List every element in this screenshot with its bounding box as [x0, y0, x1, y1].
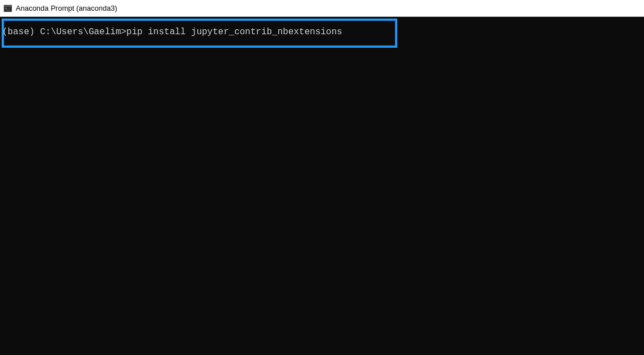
- title-bar: >_ Anaconda Prompt (anaconda3): [0, 0, 644, 17]
- terminal-icon: >_: [3, 4, 12, 13]
- terminal-area[interactable]: (base) C:\Users\Gaelim>pip install jupyt…: [0, 17, 644, 355]
- command-line: (base) C:\Users\Gaelim>pip install jupyt…: [2, 27, 342, 37]
- svg-text:>_: >_: [5, 7, 10, 10]
- command-text: pip install jupyter_contrib_nbextensions: [126, 27, 342, 37]
- window-title: Anaconda Prompt (anaconda3): [16, 4, 117, 12]
- prompt-text: (base) C:\Users\Gaelim>: [2, 27, 126, 37]
